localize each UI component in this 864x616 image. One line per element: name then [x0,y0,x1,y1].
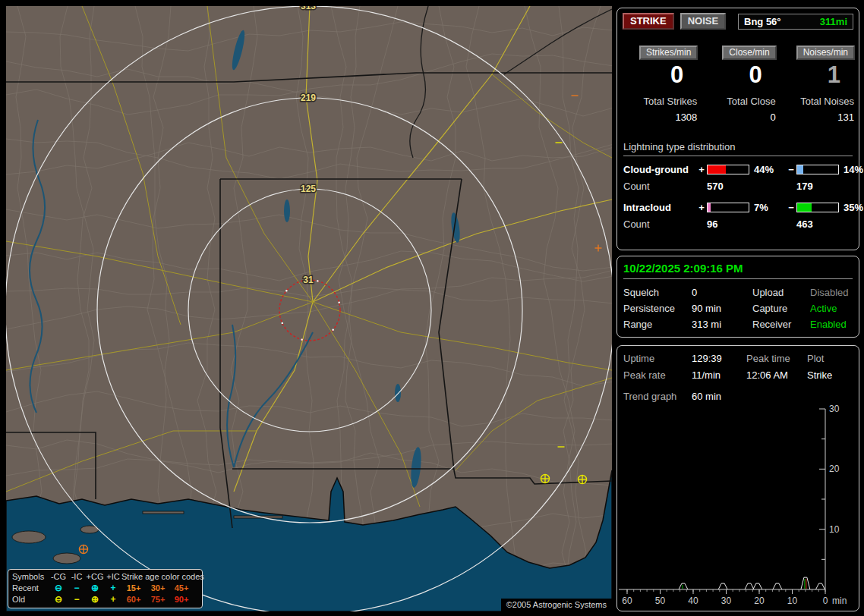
persistence-label: Persistence [623,303,692,314]
intracloud-row: Intracloud + 7% − 35% [623,202,853,213]
pos-cg-recent-icon: ⊕ [85,583,105,593]
close-counter: Close/min 0 Total Close 0 [698,45,777,123]
trend-graph-value: 60 min [692,391,746,402]
copyright-text: ©2005 Astrogenic Systems [501,599,612,611]
lightning-map-area: 31321912531 Symbols -CG -IC +CG +IC Stri… [6,6,612,611]
noises-counter: Noises/min 1 Total Noises 131 [777,45,856,123]
total-close-value: 0 [698,112,775,123]
count-label: Count [623,218,696,230]
svg-text:50: 50 [655,596,666,606]
peak-rate-label: Peak rate [623,369,692,381]
ic-plus-bar [707,203,749,212]
upload-label: Upload [752,287,810,298]
stormvue-window: 31321912531 Symbols -CG -IC +CG +IC Stri… [0,0,864,616]
trend-graph: 1020306050403020100min [617,405,859,611]
squelch-value: 0 [692,287,752,298]
legend-col-neg-cg: -CG [49,572,68,582]
cg-minus-pct: 14% [840,164,863,175]
cg-plus-count: 570 [707,181,751,192]
neg-ic-old-icon: − [68,595,85,605]
cloud-ground-row: Cloud-ground + 44% − 14% [623,164,853,175]
cg-plus-pct: 44% [751,164,786,175]
age-code-15: 15+ [121,583,146,593]
squelch-label: Squelch [623,287,692,298]
svg-text:20: 20 [829,464,840,474]
total-strikes-label: Total Strikes [620,96,697,107]
lightning-distribution: Lightning type distribution Cloud-ground… [623,141,853,230]
cg-minus-bar [796,165,839,174]
strike-button[interactable]: STRIKE [623,13,674,30]
pos-cg-old-icon: ⊕ [85,595,105,605]
svg-text:30: 30 [721,596,732,606]
control-panel: STRIKE NOISE Bng 56° 311mi Strikes/min 0… [616,6,861,611]
bearing-label: Bng 56° [744,16,781,27]
map-canvas[interactable]: 31321912531 [6,6,612,611]
datetime-display: 10/22/2025 2:09:16 PM [623,262,853,279]
svg-text:219: 219 [301,93,316,103]
ic-minus-pct: 35% [840,202,863,213]
intracloud-count-row: Count 96 463 [623,218,853,230]
age-code-75: 75+ [146,595,170,605]
uptime-label: Uptime [623,353,692,364]
plot-label: Plot [807,353,853,364]
neg-cg-old-icon: ⊖ [49,595,68,605]
legend-row-recent: Recent [12,583,49,593]
strike-marker [579,476,587,484]
cloud-ground-count-row: Count 570 179 [623,181,853,192]
strike-marker [541,475,550,483]
close-per-min-label: Close/min [722,46,776,60]
strikes-counter: Strikes/min 0 Total Strikes 1308 [620,45,698,123]
ic-plus-count: 96 [707,218,751,230]
trend-graph-label: Trend graph [623,391,692,402]
minus-sign: − [786,164,796,175]
uptime-grid: Uptime 129:39 Peak time Plot Peak rate 1… [623,353,853,402]
age-code-45: 45+ [170,583,193,593]
minus-sign: − [786,202,796,213]
peak-time-label: Peak time [746,353,807,364]
ic-minus-count: 463 [796,218,840,230]
noise-button[interactable]: NOISE [680,13,726,30]
svg-text:min: min [832,596,847,606]
persistence-value: 90 min [692,303,752,314]
strike-marker [80,545,88,554]
count-label: Count [623,181,696,192]
intracloud-label: Intracloud [623,202,696,213]
neg-ic-recent-icon: − [68,583,85,593]
age-code-60: 60+ [121,595,146,605]
cloud-ground-label: Cloud-ground [623,164,696,175]
status-box: 10/22/2025 2:09:16 PM Squelch 0 Upload D… [616,256,859,338]
bearing-indicator: Bng 56° 311mi [738,14,853,30]
plot-value: Strike [807,369,853,381]
strikes-per-min-label: Strikes/min [639,46,698,60]
total-strikes-value: 1308 [620,112,697,123]
range-label: Range [623,319,692,330]
legend-col-pos-cg: +CG [85,572,105,582]
capture-status: Active [810,303,853,314]
pos-ic-old-icon: + [105,595,121,605]
svg-text:31: 31 [303,275,314,285]
cg-plus-bar [707,165,749,174]
receiver-status: Enabled [810,319,853,330]
total-noises-value: 131 [777,112,854,123]
svg-text:10: 10 [787,596,798,606]
age-code-90: 90+ [170,595,193,605]
plus-sign: + [696,164,707,175]
age-code-30: 30+ [146,583,170,593]
svg-text:40: 40 [688,596,698,606]
uptime-value: 129:39 [692,353,746,364]
cg-minus-count: 179 [796,181,840,192]
receiver-label: Receiver [752,319,810,330]
svg-text:0: 0 [823,596,828,606]
peak-time-value: 12:06 AM [746,369,807,381]
svg-text:60: 60 [622,596,632,606]
close-per-min-value: 0 [698,62,762,88]
ic-plus-pct: 7% [751,202,786,213]
svg-text:313: 313 [301,6,316,11]
pos-ic-recent-icon: + [105,583,121,593]
capture-label: Capture [752,303,810,314]
neg-cg-recent-icon: ⊖ [49,583,68,593]
upload-status: Disabled [810,287,853,298]
svg-text:20: 20 [754,596,765,606]
svg-text:125: 125 [301,184,316,194]
strikes-per-min-value: 0 [620,62,683,88]
